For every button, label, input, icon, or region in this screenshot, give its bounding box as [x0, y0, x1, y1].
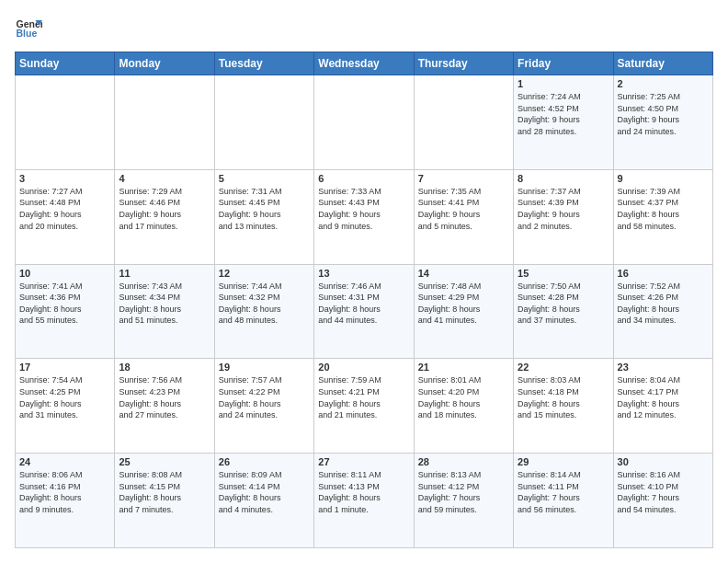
day-number: 29: [518, 456, 609, 467]
calendar-day-cell: 11Sunrise: 7:43 AM Sunset: 4:34 PM Dayli…: [115, 264, 214, 359]
header: General Blue: [15, 15, 713, 42]
day-info: Sunrise: 7:24 AM Sunset: 4:52 PM Dayligh…: [518, 91, 609, 137]
day-info: Sunrise: 7:48 AM Sunset: 4:29 PM Dayligh…: [418, 281, 509, 327]
day-info: Sunrise: 7:33 AM Sunset: 4:43 PM Dayligh…: [318, 186, 409, 232]
calendar-week-row: 17Sunrise: 7:54 AM Sunset: 4:25 PM Dayli…: [16, 359, 713, 454]
day-info: Sunrise: 8:04 AM Sunset: 4:17 PM Dayligh…: [618, 374, 709, 420]
calendar-day-cell: 6Sunrise: 7:33 AM Sunset: 4:43 PM Daylig…: [314, 169, 414, 264]
day-info: Sunrise: 7:43 AM Sunset: 4:34 PM Dayligh…: [119, 281, 210, 327]
day-info: Sunrise: 7:31 AM Sunset: 4:45 PM Dayligh…: [219, 186, 310, 232]
day-info: Sunrise: 8:11 AM Sunset: 4:13 PM Dayligh…: [318, 469, 409, 515]
calendar-day-cell: 29Sunrise: 8:14 AM Sunset: 4:11 PM Dayli…: [514, 454, 613, 548]
day-number: 26: [219, 456, 310, 467]
day-number: 20: [318, 362, 409, 373]
calendar-day-cell: 15Sunrise: 7:50 AM Sunset: 4:28 PM Dayli…: [514, 264, 613, 359]
day-info: Sunrise: 7:54 AM Sunset: 4:25 PM Dayligh…: [19, 374, 110, 420]
weekday-header-cell: Thursday: [414, 52, 513, 75]
weekday-header-cell: Wednesday: [314, 52, 414, 75]
day-number: 28: [418, 456, 509, 467]
calendar-day-cell: 12Sunrise: 7:44 AM Sunset: 4:32 PM Dayli…: [214, 264, 313, 359]
day-info: Sunrise: 7:46 AM Sunset: 4:31 PM Dayligh…: [318, 281, 409, 327]
calendar-day-cell: 18Sunrise: 7:56 AM Sunset: 4:23 PM Dayli…: [115, 359, 214, 454]
calendar-day-cell: 20Sunrise: 7:59 AM Sunset: 4:21 PM Dayli…: [314, 359, 414, 454]
day-info: Sunrise: 8:16 AM Sunset: 4:10 PM Dayligh…: [618, 469, 709, 515]
weekday-header-cell: Monday: [115, 52, 214, 75]
weekday-header-cell: Saturday: [613, 52, 712, 75]
calendar-day-cell: 27Sunrise: 8:11 AM Sunset: 4:13 PM Dayli…: [314, 454, 414, 548]
day-info: Sunrise: 7:35 AM Sunset: 4:41 PM Dayligh…: [418, 186, 509, 232]
calendar-day-cell: 7Sunrise: 7:35 AM Sunset: 4:41 PM Daylig…: [414, 169, 513, 264]
day-number: 27: [318, 456, 409, 467]
day-number: 25: [119, 456, 210, 467]
day-info: Sunrise: 7:52 AM Sunset: 4:26 PM Dayligh…: [618, 281, 709, 327]
calendar-table: SundayMondayTuesdayWednesdayThursdayFrid…: [15, 52, 713, 548]
day-info: Sunrise: 7:50 AM Sunset: 4:28 PM Dayligh…: [518, 281, 609, 327]
day-number: 1: [518, 78, 609, 89]
day-info: Sunrise: 7:39 AM Sunset: 4:37 PM Dayligh…: [618, 186, 709, 232]
calendar-day-cell: 22Sunrise: 8:03 AM Sunset: 4:18 PM Dayli…: [514, 359, 613, 454]
day-info: Sunrise: 7:44 AM Sunset: 4:32 PM Dayligh…: [219, 281, 310, 327]
day-info: Sunrise: 7:25 AM Sunset: 4:50 PM Dayligh…: [618, 91, 709, 137]
calendar-week-row: 10Sunrise: 7:41 AM Sunset: 4:36 PM Dayli…: [16, 264, 713, 359]
day-info: Sunrise: 7:37 AM Sunset: 4:39 PM Dayligh…: [518, 186, 609, 232]
day-info: Sunrise: 7:27 AM Sunset: 4:48 PM Dayligh…: [19, 186, 110, 232]
day-number: 17: [19, 362, 110, 373]
calendar-day-cell: 25Sunrise: 8:08 AM Sunset: 4:15 PM Dayli…: [115, 454, 214, 548]
calendar-day-cell: 24Sunrise: 8:06 AM Sunset: 4:16 PM Dayli…: [16, 454, 115, 548]
calendar-day-cell: [414, 75, 513, 170]
calendar-day-cell: 4Sunrise: 7:29 AM Sunset: 4:46 PM Daylig…: [115, 169, 214, 264]
weekday-header-row: SundayMondayTuesdayWednesdayThursdayFrid…: [16, 52, 713, 75]
day-info: Sunrise: 8:09 AM Sunset: 4:14 PM Dayligh…: [219, 469, 310, 515]
svg-text:Blue: Blue: [17, 28, 38, 39]
logo-icon: General Blue: [15, 15, 42, 42]
calendar-day-cell: [314, 75, 414, 170]
calendar-day-cell: 14Sunrise: 7:48 AM Sunset: 4:29 PM Dayli…: [414, 264, 513, 359]
calendar-day-cell: 16Sunrise: 7:52 AM Sunset: 4:26 PM Dayli…: [613, 264, 712, 359]
calendar-day-cell: 9Sunrise: 7:39 AM Sunset: 4:37 PM Daylig…: [613, 169, 712, 264]
day-number: 19: [219, 362, 310, 373]
calendar-day-cell: 8Sunrise: 7:37 AM Sunset: 4:39 PM Daylig…: [514, 169, 613, 264]
calendar-day-cell: 19Sunrise: 7:57 AM Sunset: 4:22 PM Dayli…: [214, 359, 313, 454]
calendar-day-cell: 1Sunrise: 7:24 AM Sunset: 4:52 PM Daylig…: [514, 75, 613, 170]
weekday-header-cell: Tuesday: [214, 52, 313, 75]
day-info: Sunrise: 7:41 AM Sunset: 4:36 PM Dayligh…: [19, 281, 110, 327]
day-info: Sunrise: 7:56 AM Sunset: 4:23 PM Dayligh…: [119, 374, 210, 420]
day-number: 30: [618, 456, 709, 467]
day-number: 13: [318, 268, 409, 279]
day-info: Sunrise: 8:01 AM Sunset: 4:20 PM Dayligh…: [418, 374, 509, 420]
calendar-day-cell: 23Sunrise: 8:04 AM Sunset: 4:17 PM Dayli…: [613, 359, 712, 454]
day-number: 23: [618, 362, 709, 373]
calendar-day-cell: 28Sunrise: 8:13 AM Sunset: 4:12 PM Dayli…: [414, 454, 513, 548]
day-number: 8: [518, 173, 609, 184]
day-number: 24: [19, 456, 110, 467]
day-number: 11: [119, 268, 210, 279]
day-number: 4: [119, 173, 210, 184]
day-info: Sunrise: 8:06 AM Sunset: 4:16 PM Dayligh…: [19, 469, 110, 515]
day-number: 9: [618, 173, 709, 184]
calendar-day-cell: 30Sunrise: 8:16 AM Sunset: 4:10 PM Dayli…: [613, 454, 712, 548]
day-number: 2: [618, 78, 709, 89]
calendar-day-cell: [16, 75, 115, 170]
day-number: 14: [418, 268, 509, 279]
day-info: Sunrise: 8:14 AM Sunset: 4:11 PM Dayligh…: [518, 469, 609, 515]
calendar-day-cell: 5Sunrise: 7:31 AM Sunset: 4:45 PM Daylig…: [214, 169, 313, 264]
day-info: Sunrise: 7:29 AM Sunset: 4:46 PM Dayligh…: [119, 186, 210, 232]
calendar-day-cell: [214, 75, 313, 170]
day-number: 6: [318, 173, 409, 184]
weekday-header-cell: Sunday: [16, 52, 115, 75]
day-number: 21: [418, 362, 509, 373]
calendar-day-cell: [115, 75, 214, 170]
calendar-day-cell: 21Sunrise: 8:01 AM Sunset: 4:20 PM Dayli…: [414, 359, 513, 454]
calendar-day-cell: 26Sunrise: 8:09 AM Sunset: 4:14 PM Dayli…: [214, 454, 313, 548]
calendar-day-cell: 3Sunrise: 7:27 AM Sunset: 4:48 PM Daylig…: [16, 169, 115, 264]
day-number: 5: [219, 173, 310, 184]
day-number: 15: [518, 268, 609, 279]
calendar-week-row: 3Sunrise: 7:27 AM Sunset: 4:48 PM Daylig…: [16, 169, 713, 264]
calendar-day-cell: 2Sunrise: 7:25 AM Sunset: 4:50 PM Daylig…: [613, 75, 712, 170]
day-info: Sunrise: 7:59 AM Sunset: 4:21 PM Dayligh…: [318, 374, 409, 420]
day-info: Sunrise: 8:08 AM Sunset: 4:15 PM Dayligh…: [119, 469, 210, 515]
weekday-header-cell: Friday: [514, 52, 613, 75]
day-number: 7: [418, 173, 509, 184]
calendar-body: 1Sunrise: 7:24 AM Sunset: 4:52 PM Daylig…: [16, 75, 713, 548]
day-number: 18: [119, 362, 210, 373]
